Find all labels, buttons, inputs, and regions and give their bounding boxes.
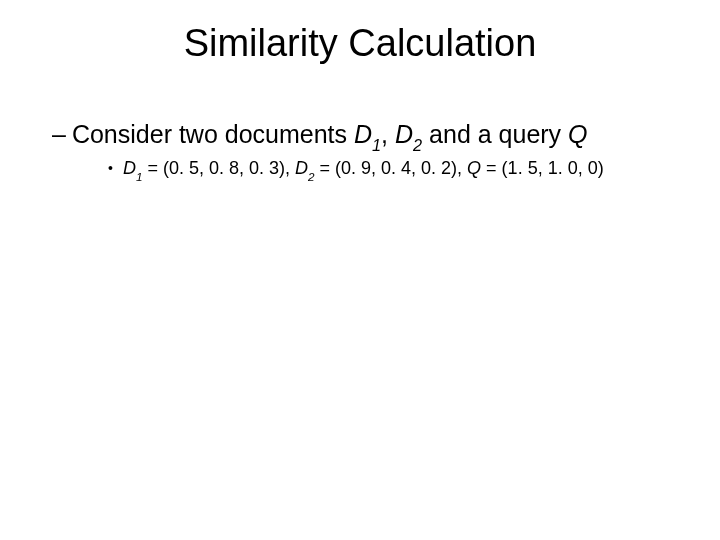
dot-bullet: • xyxy=(108,160,113,176)
var-d2-b: D xyxy=(295,158,308,178)
text-consider: Consider two documents xyxy=(72,120,354,148)
vec-q: = (1. 5, 1. 0, 0) xyxy=(481,158,604,178)
text-and-query: and a query xyxy=(422,120,568,148)
slide-title: Similarity Calculation xyxy=(0,22,720,65)
sub-2-b: 2 xyxy=(308,170,315,183)
sub-1: 1 xyxy=(372,136,381,154)
sub-1-b: 1 xyxy=(136,170,143,183)
sub-2: 2 xyxy=(413,136,422,154)
var-q: Q xyxy=(568,120,587,148)
vec-d1: = (0. 5, 0. 8, 0. 3), xyxy=(142,158,295,178)
var-d2: D xyxy=(395,120,413,148)
bullet-level-1: –Consider two documents D1, D2 and a que… xyxy=(52,120,588,153)
dash-bullet: – xyxy=(52,120,66,149)
text-comma: , xyxy=(381,120,395,148)
bullet-level-2: •D1 = (0. 5, 0. 8, 0. 3), D2 = (0. 9, 0.… xyxy=(108,158,604,181)
var-d1-b: D xyxy=(123,158,136,178)
vec-d2: = (0. 9, 0. 4, 0. 2), xyxy=(315,158,468,178)
var-q-b: Q xyxy=(467,158,481,178)
slide: Similarity Calculation –Consider two doc… xyxy=(0,0,720,540)
var-d1: D xyxy=(354,120,372,148)
